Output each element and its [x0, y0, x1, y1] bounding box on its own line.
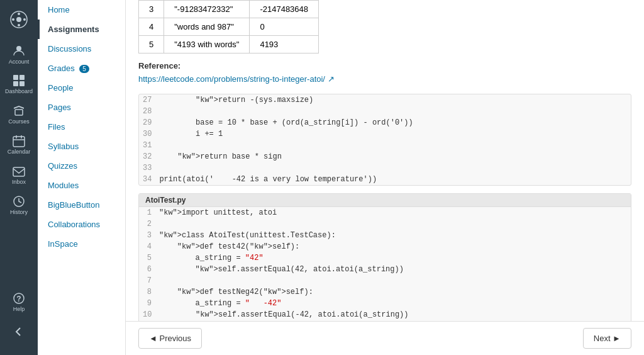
code-line: 7 [139, 275, 631, 286]
nav-files[interactable]: Files [38, 117, 125, 137]
table-row: 5"4193 with words"4193 [139, 36, 319, 54]
inbox-label: Inbox [12, 179, 26, 185]
nav-collaborations[interactable]: Collaborations [38, 215, 125, 234]
nav-home[interactable]: Home [38, 0, 125, 20]
nav-pages[interactable]: Pages [38, 98, 125, 117]
help-icon[interactable]: ? Help [5, 288, 33, 316]
account-label: Account [9, 59, 30, 65]
code-line: 33 [139, 162, 631, 174]
nav-quizzes[interactable]: Quizzes [38, 156, 125, 176]
svg-point-2 [18, 13, 20, 15]
dashboard-label: Dashboard [5, 88, 33, 94]
code-line: 10 "kw">self.assertEqual(-42, atoi.atoi(… [139, 309, 631, 320]
nav-discussions[interactable]: Discussions [38, 39, 125, 59]
code-line: 8 "kw">def testNeg42("kw">self): [139, 286, 631, 298]
svg-rect-7 [13, 75, 18, 80]
svg-point-6 [16, 46, 21, 51]
code-line: 2 [139, 218, 631, 230]
svg-rect-11 [15, 110, 23, 115]
logo-icon [5, 6, 33, 34]
account-icon[interactable]: Account [5, 40, 33, 68]
code-line: 27 "kw">return -(sys.maxsize) [139, 94, 631, 106]
svg-point-5 [23, 18, 26, 21]
nav-bigbluebutton[interactable]: BigBlueButton [38, 195, 125, 215]
code-line: 3"kw">class AtoiTest(unittest.TestCase): [139, 230, 631, 241]
reference-arrow: ↗ [328, 74, 335, 84]
reference-url: https://leetcode.com/problems/string-to-… [138, 74, 325, 84]
table-row: 4"words and 987"0 [139, 18, 319, 36]
reference-label: Reference: [138, 61, 631, 70]
table-row: 3"-91283472332"-2147483648 [139, 1, 319, 18]
data-table: 3"-91283472332"-21474836484"words and 98… [138, 0, 319, 54]
courses-icon[interactable]: Courses [5, 101, 33, 128]
footer-nav: ◄ Previous Next ► [126, 321, 644, 355]
svg-rect-16 [13, 167, 25, 176]
code-line: 31 [139, 140, 631, 151]
svg-point-1 [16, 17, 21, 22]
code-line: 6 "kw">self.assertEqual(42, atoi.atoi(a_… [139, 264, 631, 275]
back-icon[interactable] [5, 318, 33, 346]
nav-menu: Home Assignments Discussions Grades 5 Pe… [38, 0, 126, 355]
inbox-icon[interactable]: Inbox [5, 161, 33, 189]
svg-rect-10 [19, 81, 25, 86]
help-label: Help [13, 306, 25, 312]
calendar-label: Calendar [8, 149, 31, 155]
code-block-1: 27 "kw">return -(sys.maxsize)2829 base =… [138, 94, 631, 186]
svg-point-4 [12, 18, 14, 21]
code-line: 5 a_string = "42" [139, 252, 631, 264]
svg-rect-8 [19, 75, 25, 80]
courses-label: Courses [8, 118, 30, 125]
nav-modules[interactable]: Modules [38, 176, 125, 195]
main-content: 3"-91283472332"-21474836484"words and 98… [126, 0, 644, 355]
filename-bar: AtoiTest.py [139, 194, 631, 207]
reference-link[interactable]: https://leetcode.com/problems/string-to-… [138, 74, 631, 84]
code-line: 4 "kw">def test42("kw">self): [139, 241, 631, 252]
code-line: 34print(atoi(' -42 is a very low tempera… [139, 174, 631, 185]
nav-inspace[interactable]: InSpace [38, 234, 125, 254]
code-line: 9 a_string = " -42" [139, 298, 631, 309]
nav-syllabus[interactable]: Syllabus [38, 137, 125, 156]
nav-assignments[interactable]: Assignments [38, 20, 125, 39]
code-block-2: AtoiTest.py 1"kw">import unittest, atoi2… [138, 193, 631, 321]
nav-grades[interactable]: Grades 5 [38, 59, 125, 78]
code-line: 1"kw">import unittest, atoi [139, 207, 631, 218]
grades-badge: 5 [79, 65, 89, 73]
history-icon[interactable]: History [5, 191, 33, 219]
svg-point-3 [18, 24, 20, 26]
svg-rect-9 [13, 81, 18, 86]
sidebar: Account Dashboard Courses Calendar Inbox… [0, 0, 38, 355]
code-line: 32 "kw">return base * sign [139, 151, 631, 162]
dashboard-icon[interactable]: Dashboard [5, 70, 33, 98]
code-line: 30 i += 1 [139, 128, 631, 140]
content-area: 3"-91283472332"-21474836484"words and 98… [126, 0, 644, 321]
calendar-icon[interactable]: Calendar [5, 131, 33, 159]
nav-people[interactable]: People [38, 78, 125, 98]
next-button[interactable]: Next ► [583, 328, 631, 349]
previous-button[interactable]: ◄ Previous [138, 328, 202, 349]
svg-rect-12 [13, 137, 25, 147]
svg-text:?: ? [16, 295, 21, 303]
code-line: 29 base = 10 * base + (ord(a_string[i]) … [139, 117, 631, 128]
code-line: 28 [139, 106, 631, 117]
history-label: History [10, 209, 28, 215]
